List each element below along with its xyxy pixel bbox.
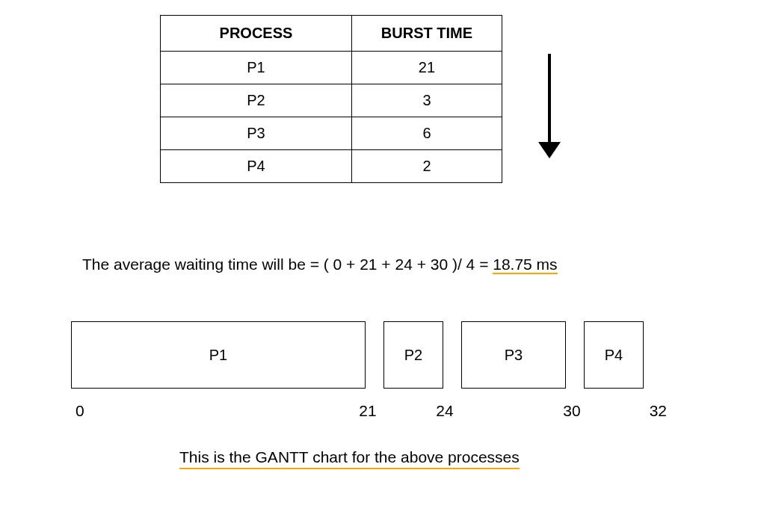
tick-21: 21 [359, 402, 376, 420]
gantt-bar: P1 P2 P3 P4 [71, 321, 677, 389]
cell-process: P1 [161, 52, 352, 84]
cell-burst: 6 [351, 117, 502, 150]
cell-process: P4 [161, 150, 352, 183]
table-header-row: PROCESS BURST TIME [161, 16, 502, 52]
gantt-caption: This is the GANTT chart for the above pr… [179, 448, 520, 469]
gantt-segment-p4: P4 [584, 321, 644, 389]
down-arrow-icon [538, 54, 561, 158]
cell-process: P3 [161, 117, 352, 150]
table-row: P4 2 [161, 150, 502, 183]
avg-prefix: The average waiting time will be = ( 0 +… [82, 256, 493, 273]
gantt-segment-p3: P3 [461, 321, 566, 389]
gantt-timeline: 0 21 24 30 32 [71, 402, 677, 420]
cell-process: P2 [161, 84, 352, 117]
process-burst-table: PROCESS BURST TIME P1 21 P2 3 P3 6 P4 2 [160, 15, 502, 183]
col-header-process: PROCESS [161, 16, 352, 52]
avg-waiting-time-text: The average waiting time will be = ( 0 +… [82, 256, 558, 273]
cell-burst: 21 [351, 52, 502, 84]
col-header-burst: BURST TIME [351, 16, 502, 52]
gantt-chart: P1 P2 P3 P4 0 21 24 30 32 [71, 321, 677, 420]
tick-0: 0 [76, 402, 84, 420]
table-row: P1 21 [161, 52, 502, 84]
table-row: P3 6 [161, 117, 502, 150]
tick-30: 30 [563, 402, 580, 420]
gantt-segment-p2: P2 [383, 321, 443, 389]
tick-24: 24 [436, 402, 453, 420]
table-row: P2 3 [161, 84, 502, 117]
cell-burst: 2 [351, 150, 502, 183]
gantt-segment-p1: P1 [71, 321, 366, 389]
page: PROCESS BURST TIME P1 21 P2 3 P3 6 P4 2 [0, 0, 758, 532]
cell-burst: 3 [351, 84, 502, 117]
tick-32: 32 [650, 402, 667, 420]
avg-result: 18.75 ms [493, 256, 557, 274]
